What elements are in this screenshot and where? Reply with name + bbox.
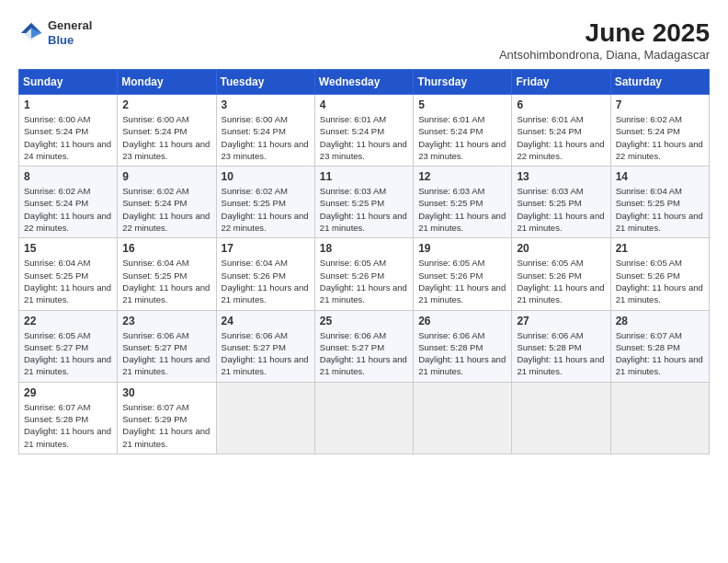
calendar-cell: 3 Sunrise: 6:00 AMSunset: 5:24 PMDayligh… [216, 95, 314, 167]
calendar-cell: 8 Sunrise: 6:02 AMSunset: 5:24 PMDayligh… [19, 167, 118, 238]
day-header-tuesday: Tuesday [216, 70, 314, 95]
logo-icon [18, 20, 44, 46]
day-number: 12 [418, 170, 506, 183]
day-number: 19 [418, 242, 506, 255]
calendar-header-row: SundayMondayTuesdayWednesdayThursdayFrid… [19, 70, 710, 95]
day-number: 28 [616, 315, 704, 327]
calendar-cell: 14 Sunrise: 6:04 AMSunset: 5:25 PMDaylig… [610, 167, 709, 238]
calendar-week-row: 29 Sunrise: 6:07 AMSunset: 5:28 PMDaylig… [19, 382, 710, 454]
calendar-cell [314, 382, 413, 454]
calendar-cell: 30 Sunrise: 6:07 AMSunset: 5:29 PMDaylig… [118, 382, 216, 454]
day-number: 23 [122, 315, 210, 327]
day-info: Sunrise: 6:06 AMSunset: 5:28 PMDaylight:… [517, 329, 605, 378]
calendar-cell: 24 Sunrise: 6:06 AMSunset: 5:27 PMDaylig… [216, 310, 314, 382]
day-number: 1 [24, 98, 112, 111]
day-number: 5 [418, 98, 506, 111]
day-info: Sunrise: 6:00 AMSunset: 5:24 PMDaylight:… [122, 113, 210, 162]
calendar-week-row: 22 Sunrise: 6:05 AMSunset: 5:27 PMDaylig… [19, 310, 710, 382]
calendar-cell: 29 Sunrise: 6:07 AMSunset: 5:28 PMDaylig… [19, 382, 118, 454]
calendar-cell: 4 Sunrise: 6:01 AMSunset: 5:24 PMDayligh… [314, 95, 413, 167]
day-info: Sunrise: 6:02 AMSunset: 5:24 PMDaylight:… [122, 185, 210, 234]
calendar-cell: 7 Sunrise: 6:02 AMSunset: 5:24 PMDayligh… [610, 95, 709, 167]
day-number: 8 [24, 170, 112, 183]
day-info: Sunrise: 6:05 AMSunset: 5:27 PMDaylight:… [24, 329, 112, 378]
day-info: Sunrise: 6:04 AMSunset: 5:25 PMDaylight:… [122, 257, 210, 305]
logo-text: General Blue [48, 18, 92, 47]
day-header-thursday: Thursday [414, 70, 512, 95]
calendar-cell [414, 382, 512, 454]
day-number: 18 [320, 242, 408, 255]
day-info: Sunrise: 6:06 AMSunset: 5:27 PMDaylight:… [122, 329, 210, 378]
day-info: Sunrise: 6:07 AMSunset: 5:28 PMDaylight:… [24, 401, 112, 450]
day-number: 3 [222, 98, 310, 111]
calendar-cell: 6 Sunrise: 6:01 AMSunset: 5:24 PMDayligh… [512, 95, 610, 167]
day-number: 13 [517, 170, 605, 183]
logo: General Blue [18, 18, 92, 47]
day-number: 29 [24, 386, 112, 399]
calendar-table: SundayMondayTuesdayWednesdayThursdayFrid… [18, 69, 710, 454]
day-info: Sunrise: 6:06 AMSunset: 5:27 PMDaylight:… [320, 329, 408, 378]
calendar-cell [610, 382, 709, 454]
day-header-friday: Friday [512, 70, 610, 95]
calendar-week-row: 1 Sunrise: 6:00 AMSunset: 5:24 PMDayligh… [19, 95, 710, 167]
calendar-cell [216, 382, 314, 454]
calendar-cell: 2 Sunrise: 6:00 AMSunset: 5:24 PMDayligh… [118, 95, 216, 167]
day-number: 25 [320, 315, 408, 327]
day-info: Sunrise: 6:01 AMSunset: 5:24 PMDaylight:… [517, 113, 605, 162]
day-info: Sunrise: 6:02 AMSunset: 5:25 PMDaylight:… [222, 185, 310, 234]
calendar-cell: 22 Sunrise: 6:05 AMSunset: 5:27 PMDaylig… [19, 310, 118, 382]
day-info: Sunrise: 6:05 AMSunset: 5:26 PMDaylight:… [418, 257, 506, 305]
day-number: 10 [222, 170, 310, 183]
calendar-cell: 19 Sunrise: 6:05 AMSunset: 5:26 PMDaylig… [414, 238, 512, 310]
calendar-cell: 20 Sunrise: 6:05 AMSunset: 5:26 PMDaylig… [512, 238, 610, 310]
calendar-cell: 9 Sunrise: 6:02 AMSunset: 5:24 PMDayligh… [118, 167, 216, 238]
calendar-cell: 5 Sunrise: 6:01 AMSunset: 5:24 PMDayligh… [414, 95, 512, 167]
day-info: Sunrise: 6:04 AMSunset: 5:25 PMDaylight:… [24, 257, 112, 305]
day-info: Sunrise: 6:07 AMSunset: 5:28 PMDaylight:… [616, 329, 704, 378]
day-number: 6 [517, 98, 605, 111]
day-number: 22 [24, 315, 112, 327]
calendar-cell: 17 Sunrise: 6:04 AMSunset: 5:26 PMDaylig… [216, 238, 314, 310]
day-number: 26 [418, 315, 506, 327]
day-info: Sunrise: 6:06 AMSunset: 5:28 PMDaylight:… [418, 329, 506, 378]
day-number: 7 [616, 98, 704, 111]
day-info: Sunrise: 6:04 AMSunset: 5:26 PMDaylight:… [222, 257, 310, 305]
location: Antsohimbondrona, Diana, Madagascar [499, 48, 710, 62]
day-number: 16 [122, 242, 210, 255]
calendar-cell: 25 Sunrise: 6:06 AMSunset: 5:27 PMDaylig… [314, 310, 413, 382]
day-number: 2 [122, 98, 210, 111]
calendar-cell: 27 Sunrise: 6:06 AMSunset: 5:28 PMDaylig… [512, 310, 610, 382]
day-number: 17 [222, 242, 310, 255]
calendar-cell: 28 Sunrise: 6:07 AMSunset: 5:28 PMDaylig… [610, 310, 709, 382]
day-info: Sunrise: 6:02 AMSunset: 5:24 PMDaylight:… [616, 113, 704, 162]
month-title: June 2025 [499, 18, 710, 48]
day-number: 4 [320, 98, 408, 111]
calendar-cell: 16 Sunrise: 6:04 AMSunset: 5:25 PMDaylig… [118, 238, 216, 310]
day-info: Sunrise: 6:03 AMSunset: 5:25 PMDaylight:… [320, 185, 408, 234]
day-info: Sunrise: 6:01 AMSunset: 5:24 PMDaylight:… [320, 113, 408, 162]
day-info: Sunrise: 6:00 AMSunset: 5:24 PMDaylight:… [24, 113, 112, 162]
day-number: 30 [122, 386, 210, 399]
day-info: Sunrise: 6:00 AMSunset: 5:24 PMDaylight:… [222, 113, 310, 162]
calendar-cell: 10 Sunrise: 6:02 AMSunset: 5:25 PMDaylig… [216, 167, 314, 238]
day-info: Sunrise: 6:02 AMSunset: 5:24 PMDaylight:… [24, 185, 112, 234]
day-number: 21 [616, 242, 704, 255]
day-header-wednesday: Wednesday [314, 70, 413, 95]
day-number: 20 [517, 242, 605, 255]
day-info: Sunrise: 6:01 AMSunset: 5:24 PMDaylight:… [418, 113, 506, 162]
day-info: Sunrise: 6:06 AMSunset: 5:27 PMDaylight:… [222, 329, 310, 378]
day-number: 24 [222, 315, 310, 327]
calendar-cell: 11 Sunrise: 6:03 AMSunset: 5:25 PMDaylig… [314, 167, 413, 238]
day-info: Sunrise: 6:04 AMSunset: 5:25 PMDaylight:… [616, 185, 704, 234]
day-number: 9 [122, 170, 210, 183]
day-number: 11 [320, 170, 408, 183]
calendar-cell: 13 Sunrise: 6:03 AMSunset: 5:25 PMDaylig… [512, 167, 610, 238]
day-header-saturday: Saturday [610, 70, 709, 95]
calendar-cell: 1 Sunrise: 6:00 AMSunset: 5:24 PMDayligh… [19, 95, 118, 167]
logo-general: General [48, 18, 92, 33]
calendar-cell: 23 Sunrise: 6:06 AMSunset: 5:27 PMDaylig… [118, 310, 216, 382]
page-header: General Blue June 2025 Antsohimbondrona,… [18, 18, 710, 62]
day-info: Sunrise: 6:03 AMSunset: 5:25 PMDaylight:… [418, 185, 506, 234]
day-info: Sunrise: 6:03 AMSunset: 5:25 PMDaylight:… [517, 185, 605, 234]
calendar-cell: 21 Sunrise: 6:05 AMSunset: 5:26 PMDaylig… [610, 238, 709, 310]
